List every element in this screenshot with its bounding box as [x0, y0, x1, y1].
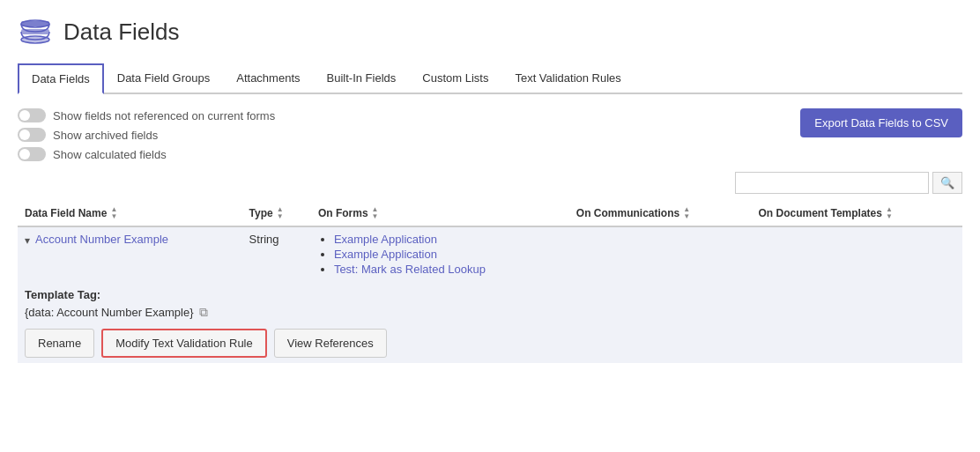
expanded-cell: Template Tag: {data: Account Number Exam…: [18, 283, 962, 363]
toggle-not-referenced-label: Show fields not referenced on current fo…: [53, 109, 275, 122]
tab-attachments[interactable]: Attachments: [223, 63, 313, 94]
sort-icon-docs[interactable]: ▲▼: [886, 206, 893, 220]
template-tag-text: {data: Account Number Example}: [25, 306, 194, 319]
database-icon: [18, 14, 53, 49]
field-on-doc-templates-cell: [751, 226, 962, 283]
expand-chevron[interactable]: ▾: [25, 234, 30, 247]
col-data-field-name: Data Field Name ▲▼: [18, 201, 242, 226]
field-name-cell: ▾ Account Number Example: [18, 226, 242, 283]
expanded-detail-row: Template Tag: {data: Account Number Exam…: [18, 283, 962, 363]
rename-button[interactable]: Rename: [25, 329, 94, 358]
table-row: ▾ Account Number Example String Example …: [18, 226, 962, 283]
copy-icon[interactable]: ⧉: [199, 305, 208, 320]
search-row: 🔍: [18, 172, 962, 194]
toggle-archived-switch[interactable]: [18, 128, 46, 142]
sort-icon-name[interactable]: ▲▼: [110, 206, 117, 220]
data-fields-table: Data Field Name ▲▼ Type ▲▼ On Forms ▲▼: [18, 201, 962, 363]
toggle-calculated: Show calculated fields: [18, 147, 275, 161]
tabs-container: Data Fields Data Field Groups Attachment…: [18, 63, 962, 94]
tab-custom-lists[interactable]: Custom Lists: [409, 63, 501, 94]
table-header-row: Data Field Name ▲▼ Type ▲▼ On Forms ▲▼: [18, 201, 962, 226]
form-link-2[interactable]: Example Application: [334, 248, 437, 261]
sort-icon-forms[interactable]: ▲▼: [372, 206, 379, 220]
action-buttons: Rename Modify Text Validation Rule View …: [25, 329, 955, 358]
view-references-button[interactable]: View References: [274, 329, 387, 358]
search-button[interactable]: 🔍: [932, 172, 962, 194]
export-csv-button[interactable]: Export Data Fields to CSV: [800, 108, 962, 137]
page-header: Data Fields: [18, 14, 962, 49]
form-link-3[interactable]: Test: Mark as Related Lookup: [334, 263, 486, 276]
tab-data-field-groups[interactable]: Data Field Groups: [104, 63, 224, 94]
template-tag-value: {data: Account Number Example} ⧉: [25, 305, 208, 320]
template-tag-section: Template Tag: {data: Account Number Exam…: [25, 288, 955, 320]
sort-icon-type[interactable]: ▲▼: [277, 206, 284, 220]
tab-data-fields[interactable]: Data Fields: [18, 63, 104, 94]
tab-text-validation-rules[interactable]: Text Validation Rules: [501, 63, 634, 94]
search-input[interactable]: [735, 172, 929, 194]
modify-text-validation-button[interactable]: Modify Text Validation Rule: [101, 329, 267, 358]
field-name-link[interactable]: Account Number Example: [35, 233, 168, 246]
toggle-archived-label: Show archived fields: [53, 129, 158, 142]
template-tag-label: Template Tag:: [25, 288, 955, 301]
field-on-comms-cell: [569, 226, 752, 283]
toggle-not-referenced-switch[interactable]: [18, 108, 46, 122]
search-icon: 🔍: [940, 176, 954, 189]
col-on-communications: On Communications ▲▼: [569, 201, 752, 226]
page-title: Data Fields: [63, 19, 180, 46]
controls-row: Show fields not referenced on current fo…: [18, 108, 962, 161]
toggle-not-referenced: Show fields not referenced on current fo…: [18, 108, 275, 122]
sort-icon-comms[interactable]: ▲▼: [683, 206, 690, 220]
col-on-document-templates: On Document Templates ▲▼: [751, 201, 962, 226]
toggles-section: Show fields not referenced on current fo…: [18, 108, 275, 161]
col-type: Type ▲▼: [242, 201, 311, 226]
form-link-1[interactable]: Example Application: [334, 233, 437, 246]
tab-built-in-fields[interactable]: Built-In Fields: [314, 63, 410, 94]
field-type-cell: String: [242, 226, 311, 283]
col-on-forms: On Forms ▲▼: [311, 201, 569, 226]
toggle-archived: Show archived fields: [18, 128, 275, 142]
toggle-calculated-switch[interactable]: [18, 147, 46, 161]
field-on-forms-cell: Example Application Example Application …: [311, 226, 569, 283]
toggle-calculated-label: Show calculated fields: [53, 148, 167, 161]
